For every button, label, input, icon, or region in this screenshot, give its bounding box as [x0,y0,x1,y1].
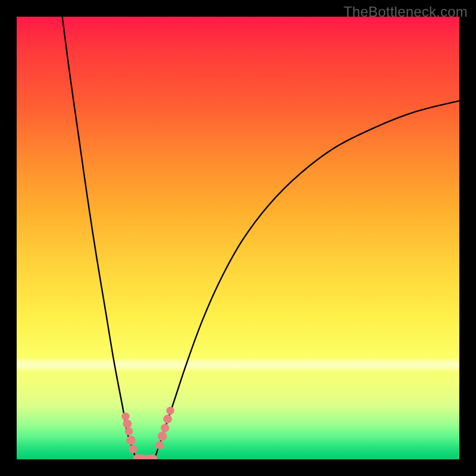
bead-marker [133,454,142,459]
chart-frame: TheBottleneck.com [0,0,476,476]
bead-marker [158,432,167,441]
chart-plot-area [17,17,459,459]
curve-valley [135,457,155,459]
bead-marker [121,412,129,420]
bead-marker [125,427,133,435]
bead-marker [140,455,149,459]
highlight-band [17,357,459,372]
curve-left-branch [62,17,136,457]
bead-marker [161,424,169,432]
chart-svg [17,17,459,459]
watermark-text: TheBottleneck.com [343,4,468,20]
bead-marker [156,441,164,449]
bead-markers [121,406,174,459]
bead-marker [137,455,146,459]
bead-marker [123,419,132,428]
bead-marker [163,415,172,424]
curve-right-branch [155,101,459,456]
bead-marker [149,454,157,459]
bead-marker [126,436,135,444]
bead-marker [129,445,137,453]
bead-marker [166,406,174,414]
bead-marker [144,455,154,459]
